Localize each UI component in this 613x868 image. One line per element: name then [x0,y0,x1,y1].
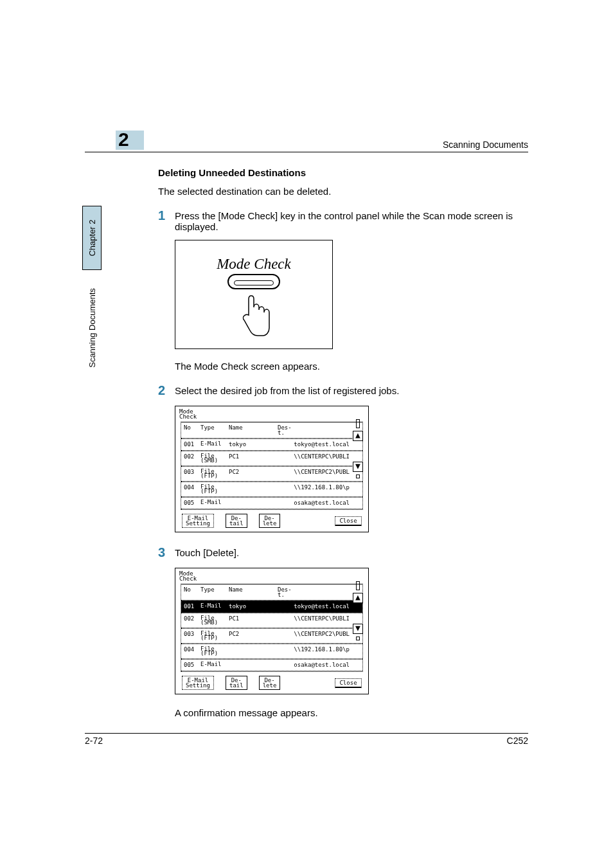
screen-title: Mode Check [175,406,368,420]
scroll-down-button[interactable]: ▼ [353,624,363,634]
col-name: Name [226,584,265,600]
col-dest: Des- t. [265,422,355,438]
scroll-indicator [356,637,360,640]
scroll-indicator [356,419,360,428]
screen-mode-check-b: Mode Check No Type Name Des- t. 001 E-Ma… [175,568,369,694]
delete-button[interactable]: De- lete [259,676,281,690]
step-3-number: 3 [158,545,175,560]
table-row[interactable]: 004 File (FTP) \\192.168.1.80\p [181,644,362,659]
scroll-indicator [356,475,360,478]
table-row[interactable]: 005 E-Mail osaka@test.local [181,497,362,509]
step-1-number: 1 [158,208,175,223]
table-row[interactable]: 005 E-Mail osaka@test.local [181,659,362,671]
step-3-result: A confirmation message appears. [175,707,531,718]
detail-button[interactable]: De- tail [226,514,247,528]
table-row[interactable]: 003 File (FTP) PC2 \\CENTERPC2\PUBL [181,466,362,482]
scroll-up-button[interactable]: ▲ [353,593,363,603]
col-name: Name [226,422,265,438]
side-tab: Chapter 2 Scanning Documents [82,206,102,386]
screen-mode-check-a: Mode Check No Type Name Des- t. 001 E-Ma… [175,406,369,532]
step-2-text: Select the desired job from the list of … [175,383,531,396]
table-row-selected[interactable]: 001 E-Mail tokyo tokyo@test.local [181,601,362,613]
scroll-indicator [356,581,360,590]
scroll-column: ▲ ▼ [353,419,363,478]
header-label: Scanning Documents [443,140,528,150]
side-tab-title: Scanning Documents [82,276,102,379]
delete-button[interactable]: De- lete [259,514,281,528]
col-dest: Des- t. [265,584,355,600]
table-header: No Type Name Des- t. [181,584,362,601]
step-3: 3 Touch [Delete]. [158,545,531,560]
screen-title-l2: Check [179,413,197,420]
close-button[interactable]: Close [335,516,362,526]
side-tab-chapter: Chapter 2 [82,206,102,270]
section-intro: The selected destination can be deleted. [158,186,531,197]
table-row[interactable]: 004 File (FTP) \\192.168.1.80\p [181,482,362,497]
screen-title: Mode Check [175,568,368,583]
screen-buttons: E-Mail Setting De- tail De- lete Close [175,512,368,532]
hand-icon [236,293,272,338]
col-no: No [181,584,198,600]
chapter-number: 2 [118,129,129,150]
detail-button[interactable]: De- tail [226,676,247,690]
section-heading: Deleting Unneeded Destinations [158,167,531,178]
page-number: 2-72 [85,736,103,746]
scroll-up-button[interactable]: ▲ [353,431,363,441]
footer-rule [85,733,528,734]
screen-table: No Type Name Des- t. 001 E-Mail tokyo to… [181,422,363,510]
side-tab-chapter-text: Chapter 2 [87,219,97,256]
step-1-result: The Mode Check screen appears. [175,361,531,372]
table-row[interactable]: 002 File (SMB) PC1 \\CENTERPC\PUBLI [181,451,362,466]
step-3-text: Touch [Delete]. [175,545,531,558]
close-button[interactable]: Close [335,678,362,688]
screen-table: No Type Name Des- t. 001 E-Mail tokyo to… [181,584,363,672]
screen-buttons: E-Mail Setting De- tail De- lete Close [175,674,368,694]
email-setting-button[interactable]: E-Mail Setting [182,514,214,528]
table-row[interactable]: 003 File (FTP) PC2 \\CENTERPC2\PUBL [181,628,362,644]
email-setting-button[interactable]: E-Mail Setting [182,676,214,690]
figure-mode-check-label: Mode Check [217,256,291,273]
table-row[interactable]: 002 File (SMB) PC1 \\CENTERPC\PUBLI [181,613,362,628]
mode-check-key-icon [227,274,280,289]
col-type: Type [198,422,226,438]
figure-mode-check-key: Mode Check [175,240,333,349]
scroll-column: ▲ ▼ [353,581,363,640]
scroll-down-button[interactable]: ▼ [353,462,363,472]
col-no: No [181,422,198,438]
step-2-number: 2 [158,383,175,398]
model-label: C252 [507,736,528,746]
step-2: 2 Select the desired job from the list o… [158,383,531,398]
side-tab-title-text: Scanning Documents [87,288,97,368]
step-1: 1 Press the [Mode Check] key in the cont… [158,208,531,232]
col-type: Type [198,584,226,600]
screen-title-l2: Check [179,575,197,582]
table-header: No Type Name Des- t. [181,422,362,439]
table-row[interactable]: 001 E-Mail tokyo tokyo@test.local [181,439,362,451]
step-1-text: Press the [Mode Check] key in the contro… [175,208,531,232]
header-rule [85,152,528,152]
